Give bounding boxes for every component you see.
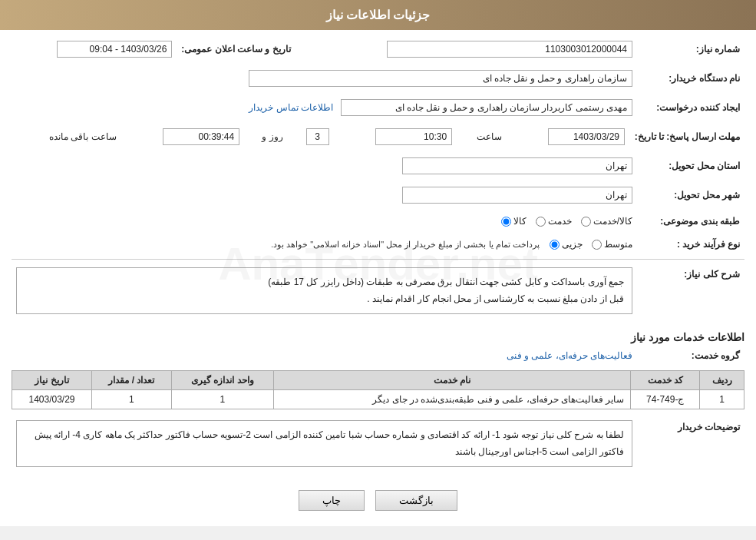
services-table-head: ردیف کد خدمت نام خدمت واحد اندازه گیری ت… bbox=[12, 371, 744, 390]
col-name: نام خدمت bbox=[274, 371, 631, 390]
page-title: جزئیات اطلاعات نیاز bbox=[326, 8, 431, 22]
sharh-label: شرح کلی نیاز: bbox=[637, 264, 744, 323]
ijad-link[interactable]: اطلاعات تماس خریدار bbox=[249, 102, 333, 113]
col-tedad: تعداد / مقدار bbox=[92, 371, 172, 390]
remarks-box: لطفا به شرح کلی نیاز توجه شود 1- ارائه ک… bbox=[16, 420, 632, 467]
col-vahed: واحد اندازه گیری bbox=[171, 371, 273, 390]
divider1 bbox=[12, 259, 744, 260]
radio-khedmat: خدمت bbox=[536, 216, 572, 227]
shomara-niaz-label: شماره نیاز: bbox=[637, 38, 744, 61]
cell-tedad: 1 bbox=[92, 390, 172, 409]
grooh-table: گروه خدمت: فعالیت‌های حرفه‌ای، علمی و فن… bbox=[12, 347, 744, 364]
mohlat-baqi-label: ساعت باقی مانده bbox=[49, 131, 117, 142]
mohlat-label: مهلت ارسال پاسخ: تا تاریخ: bbox=[629, 125, 744, 148]
mohlat-saat-label: ساعت bbox=[477, 131, 502, 142]
btn-chap[interactable]: چاپ bbox=[299, 490, 365, 511]
radio-khedmat-input[interactable] bbox=[536, 217, 546, 227]
radio-mottaset: متوسط bbox=[592, 239, 632, 250]
tabaqe-label: طبقه بندی موضوعی: bbox=[637, 213, 744, 230]
info-table-row5: استان محل تحویل: تهران bbox=[12, 154, 744, 177]
sharh-box: جمع آوری باسداکت و کابل کشی جهت انتقال ب… bbox=[16, 267, 632, 314]
nooe-radio-group: متوسط جزیی bbox=[550, 239, 632, 250]
services-table-body: 1 ج-749-74 سایر فعالیت‌های حرفه‌ای، علمی… bbox=[12, 390, 744, 409]
radio-mottaset-label: متوسط bbox=[604, 239, 632, 250]
cell-name: سایر فعالیت‌های حرفه‌ای، علمی و فنی طبقه… bbox=[274, 390, 631, 409]
info-table-row3: ایجاد کننده درخواست: مهدی رستمی کاربردار… bbox=[12, 96, 744, 119]
mohlat-saat-value: 10:30 bbox=[375, 128, 452, 145]
sharh-text1: جمع آوری باسداکت و کابل کشی جهت انتقال ب… bbox=[25, 274, 624, 291]
info-table-row7: طبقه بندی موضوعی: کالا/خدمت خدمت کالا bbox=[12, 213, 744, 230]
info-table-row1: شماره نیاز: 1103003012000044 تاریخ و ساع… bbox=[12, 38, 744, 61]
radio-kala-label: کالا bbox=[513, 216, 527, 227]
sharh-text2: قبل از دادن مبلغ نسبت به کارشناسی از محل… bbox=[25, 291, 624, 308]
radio-kala-khedmat-label: کالا/خدمت bbox=[593, 216, 632, 227]
radio-kala-khedmat: کالا/خدمت bbox=[581, 216, 632, 227]
col-kod: کد خدمت bbox=[631, 371, 700, 390]
cell-tarikh: 1403/03/29 bbox=[12, 390, 92, 409]
nooe-text: پرداخت تمام یا بخشی از مبلغ خریدار از مح… bbox=[271, 240, 540, 249]
mohlat-rooz-label: روز و bbox=[262, 131, 282, 142]
table-row: 1 ج-749-74 سایر فعالیت‌های حرفه‌ای، علمی… bbox=[12, 390, 744, 409]
btn-bazgasht[interactable]: بازگشت bbox=[375, 490, 457, 511]
radio-jazee-input[interactable] bbox=[550, 240, 560, 250]
radio-khedmat-label: خدمت bbox=[548, 216, 572, 227]
shahr-value: تهران bbox=[402, 187, 632, 204]
name-dastgah-value: سازمان راهداری و حمل و نقل جاده ای bbox=[249, 70, 632, 87]
radio-kala-khedmat-input[interactable] bbox=[581, 217, 591, 227]
col-radif: ردیف bbox=[700, 371, 744, 390]
sharh-table: شرح کلی نیاز: جمع آوری باسداکت و کابل کش… bbox=[12, 264, 744, 323]
info-table-row6: شهر محل تحویل: تهران bbox=[12, 184, 744, 207]
info-table-row2: نام دستگاه خریدار: سازمان راهداری و حمل … bbox=[12, 67, 744, 90]
tabaqe-radio-group: کالا/خدمت خدمت کالا bbox=[501, 216, 632, 227]
services-title: اطلاعات خدمات مورد نیاز bbox=[12, 331, 744, 343]
shomara-niaz-value: 1103003012000044 bbox=[387, 41, 632, 58]
remarks-text: لطفا به شرح کلی نیاز توجه شود 1- ارائه ک… bbox=[25, 427, 624, 460]
services-table: ردیف کد خدمت نام خدمت واحد اندازه گیری ت… bbox=[12, 370, 744, 409]
col-tarikh: تاریخ نیاز bbox=[12, 371, 92, 390]
tarikh-label: تاریخ و ساعت اعلان عمومی: bbox=[177, 38, 298, 61]
grooh-value[interactable]: فعالیت‌های حرفه‌ای، علمی و فنی bbox=[507, 350, 632, 361]
content-area: شماره نیاز: 1103003012000044 تاریخ و ساع… bbox=[0, 30, 756, 526]
info-table-row4: مهلت ارسال پاسخ: تا تاریخ: 1403/03/29 سا… bbox=[12, 125, 744, 148]
name-dastgah-label: نام دستگاه خریدار: bbox=[637, 67, 744, 90]
radio-mottaset-input[interactable] bbox=[592, 240, 602, 250]
cell-radif: 1 bbox=[700, 390, 744, 409]
remarks-table: توضیحات خریدار لطفا به شرح کلی نیاز توجه… bbox=[12, 417, 744, 476]
cell-kod: ج-749-74 bbox=[631, 390, 700, 409]
shahr-label: شهر محل تحویل: bbox=[637, 184, 744, 207]
nooe-label: نوع فرآیند خرید : bbox=[637, 236, 744, 253]
remarks-label: توضیحات خریدار bbox=[637, 417, 744, 476]
radio-jazee: جزیی bbox=[550, 239, 583, 250]
mohlat-date: 1403/03/29 bbox=[548, 128, 625, 145]
cell-vahed: 1 bbox=[171, 390, 273, 409]
ijad-value: مهدی رستمی کاربردار سازمان راهداری و حمل… bbox=[341, 99, 632, 116]
radio-jazee-label: جزیی bbox=[562, 239, 583, 250]
ostan-label: استان محل تحویل: bbox=[637, 154, 744, 177]
ostan-value: تهران bbox=[402, 157, 632, 174]
page-wrapper: AnaТender.net جزئیات اطلاعات نیاز شماره … bbox=[0, 0, 756, 526]
page-header: جزئیات اطلاعات نیاز bbox=[0, 0, 756, 30]
radio-kala: کالا bbox=[501, 216, 527, 227]
ijad-label: ایجاد کننده درخواست: bbox=[637, 96, 744, 119]
mohlat-rooz-value: 3 bbox=[306, 128, 329, 145]
grooh-label: گروه خدمت: bbox=[637, 347, 744, 364]
radio-kala-input[interactable] bbox=[501, 217, 511, 227]
tarikh-value: 1403/03/26 - 09:04 bbox=[57, 41, 172, 58]
info-table-row8: نوع فرآیند خرید : متوسط جزیی پرداخت bbox=[12, 236, 744, 253]
buttons-row: بازگشت چاپ bbox=[12, 482, 744, 518]
mohlat-baqi-value: 00:39:44 bbox=[163, 128, 239, 145]
